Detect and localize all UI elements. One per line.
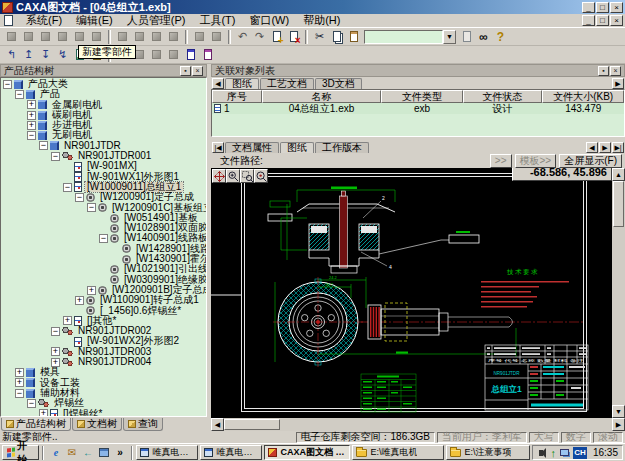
tree-item[interactable]: −焊锡丝 xyxy=(1,398,206,408)
menu-item[interactable]: 人员管理(P) xyxy=(120,13,193,28)
close-button[interactable]: × xyxy=(610,2,623,13)
zoom-window-icon[interactable] xyxy=(240,169,254,183)
undo-icon[interactable]: ↶ xyxy=(235,29,250,44)
user-tool-icon[interactable] xyxy=(4,29,19,44)
new-document-icon[interactable] xyxy=(269,29,284,44)
tree-item[interactable]: −辅助材料 xyxy=(1,388,206,398)
flow-tool-icon[interactable] xyxy=(192,29,207,44)
table-column-header[interactable]: 名称 xyxy=(262,90,381,103)
tree-expander-icon[interactable]: − xyxy=(27,131,36,140)
part-tool-icon[interactable] xyxy=(149,47,164,62)
doc-tool-icon[interactable] xyxy=(115,29,130,44)
user-tool-icon[interactable] xyxy=(38,29,53,44)
minimize-button[interactable]: _ xyxy=(582,2,595,13)
menu-item[interactable]: 编辑(E) xyxy=(69,13,120,28)
user-tool-icon[interactable] xyxy=(89,29,104,44)
tab-scroll-left-icon[interactable]: ◀ xyxy=(212,78,224,89)
taskbar-window-button[interactable]: E:\唯真电机 xyxy=(352,445,444,460)
more-button[interactable]: >> xyxy=(490,154,512,168)
mdi-close-button[interactable]: × xyxy=(610,15,623,26)
pin-icon[interactable]: ▪ xyxy=(598,66,609,76)
menu-item[interactable]: 窗口(W) xyxy=(242,13,296,28)
tree-expander-icon[interactable]: + xyxy=(51,347,60,356)
network-icon[interactable] xyxy=(560,449,569,456)
update-arrow-icon[interactable]: ↑ xyxy=(550,448,556,458)
combo-dropdown-icon[interactable]: ▼ xyxy=(443,30,456,44)
part-tool-icon[interactable] xyxy=(166,47,181,62)
tab-prev-icon[interactable]: ◀ xyxy=(586,142,598,153)
grid-view-icon[interactable] xyxy=(183,47,198,62)
scroll-left-icon[interactable]: ◀ xyxy=(211,418,224,431)
tree-item[interactable]: +[W1100901]转子总成1 xyxy=(1,295,206,305)
user-tool-icon[interactable] xyxy=(72,29,87,44)
pin-icon[interactable]: ▪ xyxy=(180,66,191,76)
doc-tab-0[interactable]: 文档属性 xyxy=(225,142,279,153)
tab-scroll-right-icon[interactable]: ▶ xyxy=(612,78,624,89)
redo-icon[interactable]: ↷ xyxy=(252,29,267,44)
tree-item[interactable]: +金属刷电机 xyxy=(1,100,206,110)
volume-icon[interactable] xyxy=(539,450,543,456)
linked-tab-0[interactable]: 图纸 xyxy=(225,78,259,89)
tree-item[interactable]: +NR901JTDR004 xyxy=(1,357,206,367)
tree-expander-icon[interactable]: + xyxy=(39,409,48,417)
tree-expander-icon[interactable]: − xyxy=(99,234,108,243)
tree-expander-icon[interactable]: + xyxy=(15,378,24,387)
table-column-header[interactable]: 文件状态 xyxy=(463,90,543,103)
tree-expander-icon[interactable]: + xyxy=(27,111,36,120)
tree-expander-icon[interactable]: + xyxy=(51,358,60,367)
restore-button[interactable]: □ xyxy=(596,2,609,13)
tab-next-icon[interactable]: ▶ xyxy=(599,142,611,153)
doc-tool-icon[interactable] xyxy=(132,29,147,44)
cut-icon[interactable]: ✂ xyxy=(312,29,327,44)
close-panel-icon[interactable]: × xyxy=(610,66,621,76)
table-row[interactable]: 104总组立1.exbexb设计143.479 xyxy=(212,103,624,114)
copy-icon[interactable] xyxy=(329,29,344,44)
doc-tab-2[interactable]: 工作版本 xyxy=(315,142,369,153)
internet-explorer-icon[interactable]: e xyxy=(49,446,62,459)
nav-top-icon[interactable]: ↥ xyxy=(21,47,36,62)
vscroll-thumb[interactable] xyxy=(613,181,624,227)
tree-item[interactable]: +设备工装 xyxy=(1,378,206,388)
template-button[interactable]: 模板>> xyxy=(515,154,557,168)
linked-tab-2[interactable]: 3D文档 xyxy=(315,78,362,89)
menu-item[interactable]: 系统(F) xyxy=(19,13,69,28)
close-panel-icon[interactable]: × xyxy=(192,66,203,76)
find-icon[interactable]: ∞ xyxy=(476,29,491,44)
tree-expander-icon[interactable]: − xyxy=(51,327,60,336)
nav-up-icon[interactable]: ↰ xyxy=(4,47,19,62)
tree-expander-icon[interactable]: − xyxy=(15,90,24,99)
doc-tool-icon[interactable] xyxy=(149,29,164,44)
help-icon[interactable]: ? xyxy=(493,29,508,44)
taskbar-window-button[interactable]: CAXA图文档 - [04总... xyxy=(264,445,350,460)
fullscreen-button[interactable]: 全屏显示(F) xyxy=(559,154,622,168)
tree-expander-icon[interactable]: − xyxy=(39,141,48,150)
taskbar-window-button[interactable]: E:\注意事项 xyxy=(446,445,530,460)
tree-expander-icon[interactable]: − xyxy=(87,203,96,212)
doc-tab-1[interactable]: 图纸 xyxy=(280,142,314,153)
tree-expander-icon[interactable]: − xyxy=(75,193,84,202)
pan-icon[interactable] xyxy=(212,169,226,183)
quick-launch-overflow-icon[interactable]: » xyxy=(113,446,126,459)
nav-down-icon[interactable]: ↧ xyxy=(38,47,53,62)
tree-item[interactable]: +步进电机 xyxy=(1,120,206,130)
nav-bottom-icon[interactable]: ↯ xyxy=(55,47,70,62)
zoom-in-icon[interactable] xyxy=(226,169,240,183)
scroll-up-icon[interactable]: ▲ xyxy=(612,168,625,181)
back-arrow-icon[interactable]: ← xyxy=(81,446,94,459)
mail-icon[interactable]: ✉ xyxy=(65,446,78,459)
tree-item[interactable]: −产品大类 xyxy=(1,79,206,89)
tree-expander-icon[interactable]: + xyxy=(87,286,96,295)
search-combo[interactable]: ▼ xyxy=(364,30,456,44)
tree-expander-icon[interactable]: + xyxy=(75,296,84,305)
doc-tool-icon[interactable] xyxy=(166,29,181,44)
zoom-all-icon[interactable] xyxy=(254,169,268,183)
user-tool-icon[interactable] xyxy=(21,29,36,44)
table-column-header[interactable]: 文件类型 xyxy=(381,90,463,103)
show-desktop-icon[interactable] xyxy=(97,446,110,459)
start-button[interactable]: 开始 xyxy=(2,445,39,460)
tree-expander-icon[interactable]: − xyxy=(63,183,72,192)
paste-special-icon[interactable] xyxy=(459,29,474,44)
scroll-down-icon[interactable]: ▼ xyxy=(612,405,625,418)
mdi-minimize-button[interactable]: _ xyxy=(582,15,595,26)
menu-item[interactable]: 工具(T) xyxy=(192,13,242,28)
